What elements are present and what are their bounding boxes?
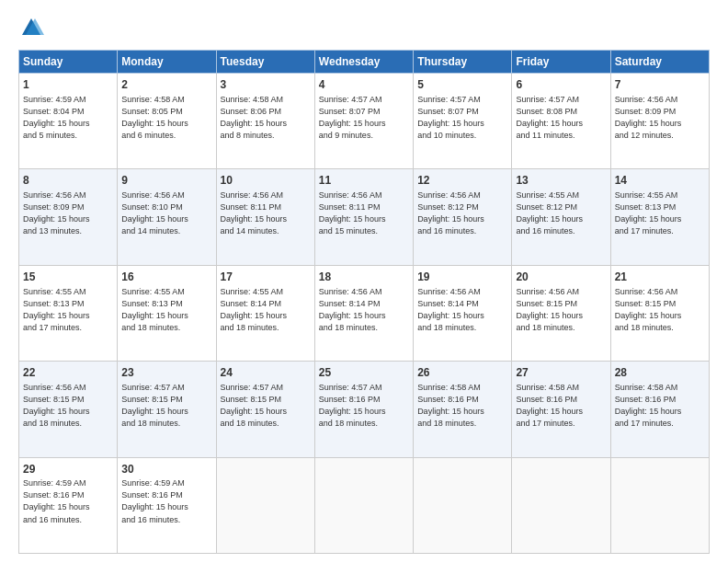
day-info: Sunrise: 4:56 AMSunset: 8:14 PMDaylight:… xyxy=(319,286,409,334)
calendar-header-wednesday: Wednesday xyxy=(314,51,413,74)
day-info: Sunrise: 4:57 AMSunset: 8:08 PMDaylight:… xyxy=(516,94,606,142)
day-number: 28 xyxy=(615,365,705,381)
calendar-cell: 17Sunrise: 4:55 AMSunset: 8:14 PMDayligh… xyxy=(216,265,314,361)
day-number: 18 xyxy=(319,270,409,285)
day-number: 17 xyxy=(221,270,311,285)
calendar-cell xyxy=(610,457,709,553)
calendar-cell xyxy=(314,457,413,553)
calendar-cell: 20Sunrise: 4:56 AMSunset: 8:15 PMDayligh… xyxy=(512,265,610,361)
day-info: Sunrise: 4:58 AMSunset: 8:06 PMDaylight:… xyxy=(221,94,311,142)
day-number: 21 xyxy=(615,270,705,285)
calendar-cell: 18Sunrise: 4:56 AMSunset: 8:14 PMDayligh… xyxy=(314,265,413,361)
calendar-header-friday: Friday xyxy=(512,51,610,74)
calendar-cell: 29Sunrise: 4:59 AMSunset: 8:16 PMDayligh… xyxy=(19,457,118,553)
day-info: Sunrise: 4:55 AMSunset: 8:13 PMDaylight:… xyxy=(121,286,211,334)
calendar-header-row: SundayMondayTuesdayWednesdayThursdayFrid… xyxy=(19,51,710,74)
day-number: 22 xyxy=(23,365,113,381)
day-number: 20 xyxy=(516,270,606,285)
calendar-cell: 3Sunrise: 4:58 AMSunset: 8:06 PMDaylight… xyxy=(216,74,314,169)
day-number: 13 xyxy=(516,173,606,189)
calendar-week-2: 8Sunrise: 4:56 AMSunset: 8:09 PMDaylight… xyxy=(19,169,710,265)
day-info: Sunrise: 4:56 AMSunset: 8:15 PMDaylight:… xyxy=(615,286,705,334)
day-number: 9 xyxy=(121,173,211,189)
day-info: Sunrise: 4:58 AMSunset: 8:16 PMDaylight:… xyxy=(417,382,507,430)
calendar-cell: 7Sunrise: 4:56 AMSunset: 8:09 PMDaylight… xyxy=(610,74,709,169)
day-number: 10 xyxy=(221,173,311,189)
calendar-cell: 13Sunrise: 4:55 AMSunset: 8:12 PMDayligh… xyxy=(512,169,610,265)
day-number: 2 xyxy=(121,77,211,93)
day-number: 12 xyxy=(417,173,507,189)
day-info: Sunrise: 4:58 AMSunset: 8:16 PMDaylight:… xyxy=(516,382,606,430)
day-number: 26 xyxy=(417,365,507,381)
day-number: 4 xyxy=(319,77,409,93)
calendar-cell: 30Sunrise: 4:59 AMSunset: 8:16 PMDayligh… xyxy=(118,457,216,553)
day-info: Sunrise: 4:56 AMSunset: 8:15 PMDaylight:… xyxy=(23,382,113,430)
calendar-cell: 16Sunrise: 4:55 AMSunset: 8:13 PMDayligh… xyxy=(118,265,216,361)
calendar-cell: 1Sunrise: 4:59 AMSunset: 8:04 PMDaylight… xyxy=(19,74,118,169)
calendar-cell: 2Sunrise: 4:58 AMSunset: 8:05 PMDaylight… xyxy=(118,74,216,169)
calendar-cell: 10Sunrise: 4:56 AMSunset: 8:11 PMDayligh… xyxy=(216,169,314,265)
day-info: Sunrise: 4:56 AMSunset: 8:11 PMDaylight:… xyxy=(319,190,409,237)
calendar-header-thursday: Thursday xyxy=(414,51,512,74)
calendar-cell: 6Sunrise: 4:57 AMSunset: 8:08 PMDaylight… xyxy=(512,74,610,169)
calendar-week-5: 29Sunrise: 4:59 AMSunset: 8:16 PMDayligh… xyxy=(19,457,710,553)
day-number: 23 xyxy=(121,365,211,381)
day-info: Sunrise: 4:55 AMSunset: 8:12 PMDaylight:… xyxy=(516,190,606,237)
day-info: Sunrise: 4:57 AMSunset: 8:07 PMDaylight:… xyxy=(319,94,409,142)
day-number: 8 xyxy=(23,173,113,189)
logo xyxy=(18,15,48,40)
day-number: 15 xyxy=(23,270,113,285)
day-number: 25 xyxy=(319,365,409,381)
calendar-cell: 24Sunrise: 4:57 AMSunset: 8:15 PMDayligh… xyxy=(216,362,314,457)
day-info: Sunrise: 4:56 AMSunset: 8:10 PMDaylight:… xyxy=(121,190,211,237)
day-number: 16 xyxy=(121,270,211,285)
day-info: Sunrise: 4:57 AMSunset: 8:15 PMDaylight:… xyxy=(121,382,211,430)
day-number: 24 xyxy=(221,365,311,381)
calendar-header-tuesday: Tuesday xyxy=(216,51,314,74)
calendar-cell: 14Sunrise: 4:55 AMSunset: 8:13 PMDayligh… xyxy=(610,169,709,265)
day-info: Sunrise: 4:57 AMSunset: 8:16 PMDaylight:… xyxy=(319,382,409,430)
day-info: Sunrise: 4:58 AMSunset: 8:05 PMDaylight:… xyxy=(121,94,211,142)
calendar-cell: 19Sunrise: 4:56 AMSunset: 8:14 PMDayligh… xyxy=(414,265,512,361)
calendar-cell: 15Sunrise: 4:55 AMSunset: 8:13 PMDayligh… xyxy=(19,265,118,361)
calendar-cell: 12Sunrise: 4:56 AMSunset: 8:12 PMDayligh… xyxy=(414,169,512,265)
calendar-cell: 28Sunrise: 4:58 AMSunset: 8:16 PMDayligh… xyxy=(610,362,709,457)
calendar-header-monday: Monday xyxy=(118,51,216,74)
calendar-week-3: 15Sunrise: 4:55 AMSunset: 8:13 PMDayligh… xyxy=(19,265,710,361)
calendar-cell: 8Sunrise: 4:56 AMSunset: 8:09 PMDaylight… xyxy=(19,169,118,265)
calendar-cell: 25Sunrise: 4:57 AMSunset: 8:16 PMDayligh… xyxy=(314,362,413,457)
header xyxy=(18,15,710,40)
day-info: Sunrise: 4:56 AMSunset: 8:14 PMDaylight:… xyxy=(417,286,507,334)
day-number: 11 xyxy=(319,173,409,189)
calendar-cell xyxy=(414,457,512,553)
day-info: Sunrise: 4:55 AMSunset: 8:13 PMDaylight:… xyxy=(23,286,113,334)
logo-icon xyxy=(18,15,44,40)
day-info: Sunrise: 4:56 AMSunset: 8:11 PMDaylight:… xyxy=(221,190,311,237)
calendar-table: SundayMondayTuesdayWednesdayThursdayFrid… xyxy=(18,50,710,554)
day-number: 7 xyxy=(615,77,705,93)
day-number: 5 xyxy=(417,77,507,93)
day-info: Sunrise: 4:56 AMSunset: 8:09 PMDaylight:… xyxy=(23,190,113,237)
day-info: Sunrise: 4:59 AMSunset: 8:16 PMDaylight:… xyxy=(23,477,113,525)
calendar-cell: 11Sunrise: 4:56 AMSunset: 8:11 PMDayligh… xyxy=(314,169,413,265)
day-info: Sunrise: 4:59 AMSunset: 8:04 PMDaylight:… xyxy=(23,94,113,142)
calendar-cell: 26Sunrise: 4:58 AMSunset: 8:16 PMDayligh… xyxy=(414,362,512,457)
day-number: 1 xyxy=(23,77,113,93)
day-info: Sunrise: 4:55 AMSunset: 8:14 PMDaylight:… xyxy=(221,286,311,334)
day-number: 30 xyxy=(121,462,211,477)
calendar-cell: 4Sunrise: 4:57 AMSunset: 8:07 PMDaylight… xyxy=(314,74,413,169)
day-info: Sunrise: 4:59 AMSunset: 8:16 PMDaylight:… xyxy=(121,477,211,525)
calendar-cell: 27Sunrise: 4:58 AMSunset: 8:16 PMDayligh… xyxy=(512,362,610,457)
calendar-cell xyxy=(216,457,314,553)
calendar-cell: 21Sunrise: 4:56 AMSunset: 8:15 PMDayligh… xyxy=(610,265,709,361)
day-number: 19 xyxy=(417,270,507,285)
calendar-week-4: 22Sunrise: 4:56 AMSunset: 8:15 PMDayligh… xyxy=(19,362,710,457)
calendar-cell: 23Sunrise: 4:57 AMSunset: 8:15 PMDayligh… xyxy=(118,362,216,457)
day-info: Sunrise: 4:58 AMSunset: 8:16 PMDaylight:… xyxy=(615,382,705,430)
calendar-cell: 5Sunrise: 4:57 AMSunset: 8:07 PMDaylight… xyxy=(414,74,512,169)
day-number: 6 xyxy=(516,77,606,93)
day-info: Sunrise: 4:55 AMSunset: 8:13 PMDaylight:… xyxy=(615,190,705,237)
day-number: 14 xyxy=(615,173,705,189)
day-info: Sunrise: 4:56 AMSunset: 8:12 PMDaylight:… xyxy=(417,190,507,237)
calendar-header-saturday: Saturday xyxy=(610,51,709,74)
